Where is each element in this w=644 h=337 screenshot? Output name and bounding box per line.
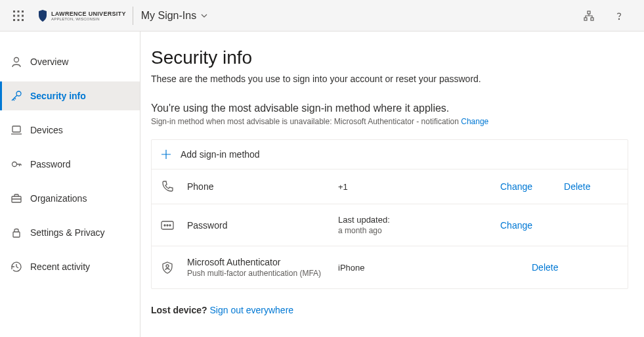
sidebar-item-recent-activity[interactable]: Recent activity (0, 252, 140, 281)
sidebar-item-label: Settings & Privacy (30, 227, 105, 238)
svg-rect-11 (591, 18, 593, 20)
method-detail: iPhone (338, 263, 500, 273)
add-method-label: Add sign-in method (181, 149, 260, 160)
method-actions: Change Delete (500, 181, 618, 192)
svg-rect-8 (22, 19, 24, 21)
password-icon (161, 221, 187, 230)
waffle-icon (13, 11, 24, 21)
help-icon (614, 11, 624, 21)
advisable-heading: You're using the most advisable sign-in … (151, 102, 628, 114)
app-header: Lawrence University APPLETON, WISCONSIN … (0, 0, 644, 32)
svg-rect-4 (18, 14, 20, 16)
methods-list: Add sign-in method Phone +1 Change Delet… (151, 139, 628, 289)
sidebar-item-devices[interactable]: Devices (0, 116, 140, 145)
sidebar-item-label: Password (30, 159, 70, 169)
method-actions: Change (500, 220, 618, 231)
org-logo: Lawrence University APPLETON, WISCONSIN (32, 7, 133, 25)
svg-point-22 (169, 225, 171, 226)
help-button[interactable] (606, 3, 632, 29)
method-row-password: Password Last updated: a month ago Chang… (152, 204, 628, 246)
svg-rect-15 (12, 126, 20, 132)
lock-icon (11, 227, 22, 238)
method-detail: Last updated: a month ago (338, 215, 500, 235)
sidebar-item-organizations[interactable]: Organizations (0, 184, 140, 213)
method-name: Microsoft Authenticator Push multi-facto… (187, 257, 338, 278)
svg-rect-9 (588, 11, 590, 14)
svg-rect-1 (18, 11, 20, 12)
page-title: Security info (151, 47, 628, 68)
app-launcher-button[interactable] (5, 3, 32, 29)
method-name: Phone (187, 181, 338, 192)
org-name: Lawrence University (51, 11, 126, 17)
method-row-phone: Phone +1 Change Delete (152, 169, 628, 204)
svg-point-14 (16, 91, 21, 96)
sidebar-item-password[interactable]: Password (0, 150, 140, 179)
svg-rect-2 (22, 11, 24, 12)
authenticator-icon (161, 261, 187, 274)
page-container: Overview Security info Devices Password … (0, 32, 644, 337)
sidebar: Overview Security info Devices Password … (0, 32, 140, 337)
header-actions (576, 3, 639, 29)
laptop-icon (11, 124, 22, 136)
sidebar-item-overview[interactable]: Overview (0, 47, 140, 76)
advisable-subtext-prefix: Sign-in method when most advisable is un… (151, 117, 461, 126)
key-outline-icon (11, 158, 22, 170)
svg-rect-0 (13, 11, 15, 12)
phone-icon (161, 180, 187, 193)
sidebar-item-settings-privacy[interactable]: Settings & Privacy (0, 218, 140, 247)
advisable-subtext: Sign-in method when most advisable is un… (151, 117, 628, 126)
lost-device-prefix: Lost device? (151, 305, 209, 315)
svg-point-20 (164, 225, 165, 226)
delete-link[interactable]: Delete (564, 181, 590, 192)
advisable-change-link[interactable]: Change (461, 117, 488, 126)
sign-out-everywhere-link[interactable]: Sign out everywhere (209, 305, 293, 315)
org-tree-icon (584, 11, 594, 21)
sidebar-item-label: Recent activity (30, 261, 90, 272)
lost-device: Lost device? Sign out everywhere (151, 305, 628, 315)
svg-point-13 (14, 58, 19, 62)
key-icon (11, 90, 22, 102)
svg-point-23 (166, 265, 169, 267)
svg-point-16 (12, 162, 17, 167)
app-title-text: My Sign-Ins (141, 10, 196, 22)
method-actions: Delete (500, 262, 618, 273)
svg-rect-10 (584, 18, 587, 20)
svg-rect-3 (13, 14, 15, 16)
main-content: Security info These are the methods you … (140, 32, 644, 337)
svg-rect-7 (18, 19, 20, 21)
sidebar-item-label: Overview (30, 56, 68, 67)
chevron-down-icon (200, 12, 208, 20)
change-link[interactable]: Change (500, 220, 532, 231)
briefcase-icon (11, 192, 22, 204)
shield-logo-icon (38, 10, 47, 22)
sidebar-item-label: Organizations (30, 193, 87, 204)
svg-point-12 (618, 18, 619, 19)
sidebar-item-security-info[interactable]: Security info (0, 81, 140, 110)
delete-link[interactable]: Delete (532, 262, 558, 273)
svg-point-21 (167, 225, 168, 226)
org-switcher-button[interactable] (576, 3, 602, 29)
app-title-dropdown[interactable]: My Sign-Ins (141, 10, 208, 22)
sidebar-item-label: Security info (30, 91, 86, 101)
org-sub: APPLETON, WISCONSIN (51, 17, 126, 21)
page-subtitle: These are the methods you use to sign in… (151, 74, 628, 84)
change-link[interactable]: Change (500, 181, 532, 192)
plus-icon (161, 149, 171, 160)
method-detail: +1 (338, 182, 500, 192)
svg-rect-5 (22, 14, 24, 16)
add-method-button[interactable]: Add sign-in method (152, 140, 628, 169)
method-name: Password (187, 220, 338, 231)
svg-rect-6 (13, 19, 15, 21)
person-icon (11, 56, 22, 68)
sidebar-item-label: Devices (30, 125, 63, 135)
history-icon (11, 261, 22, 273)
svg-rect-18 (13, 232, 20, 237)
method-row-authenticator: Microsoft Authenticator Push multi-facto… (152, 246, 628, 288)
